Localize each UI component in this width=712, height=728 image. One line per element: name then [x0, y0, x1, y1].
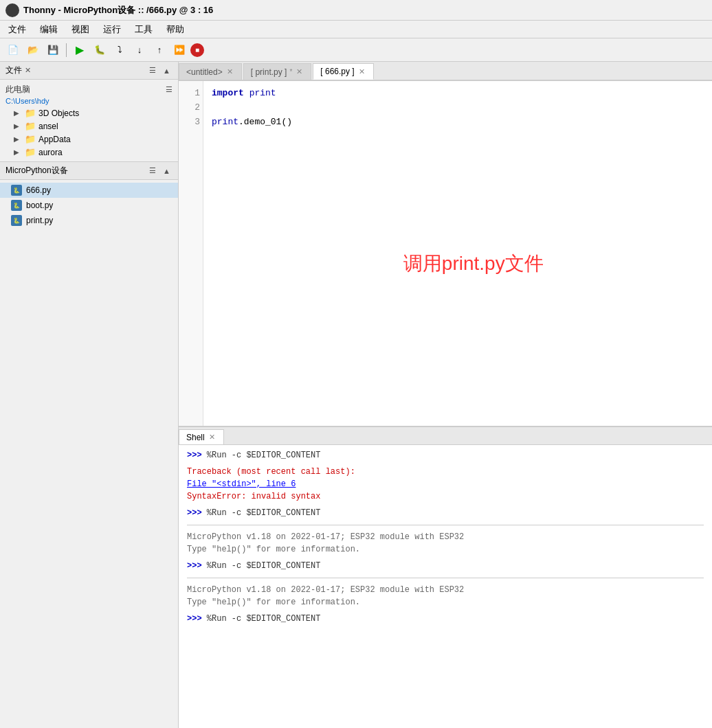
step-over-button[interactable]: ⤵	[111, 41, 129, 59]
shell-tab[interactable]: Shell ✕	[179, 429, 224, 444]
micropython-file-printpy-label: print.py	[26, 216, 53, 225]
shell-section-4: >>> %Run -c $EDITOR_CONTENT	[187, 613, 704, 625]
folder-ansel[interactable]: ▶ 📁 ansel	[0, 120, 178, 133]
shell-error-link[interactable]: File "<stdin>", line 6	[187, 479, 296, 489]
line-numbers: 1 2 3	[179, 81, 203, 426]
folder-label-appdata: AppData	[38, 135, 71, 144]
shell-info-2-line-2: Type "help()" for more information.	[187, 596, 704, 608]
open-button[interactable]: 📂	[24, 41, 42, 59]
call-print: print	[212, 117, 238, 127]
tab-666py-close[interactable]: ✕	[357, 67, 366, 76]
micropython-panel-controls: ☰ ▲	[147, 166, 173, 176]
line-num-2: 2	[181, 101, 200, 115]
menu-edit[interactable]: 编辑	[34, 22, 63, 37]
code-editor[interactable]: 1 2 3 import print print.demo_01() 调用pri…	[179, 81, 712, 426]
step-into-button[interactable]: ↓	[131, 41, 148, 59]
shell-cmd-4: %Run -c $EDITOR_CONTENT	[207, 614, 321, 624]
files-panel-up-icon[interactable]: ▲	[161, 66, 173, 76]
shell-tab-bar: Shell ✕	[179, 427, 712, 445]
folder-3d-objects[interactable]: ▶ 📁 3D Objects	[0, 106, 178, 120]
folder-label-3d: 3D Objects	[38, 109, 79, 118]
shell-error-line-2: File "<stdin>", line 6	[187, 478, 704, 490]
shell-error-line-1: Traceback (most recent call last):	[187, 466, 704, 478]
micropython-file-list: 🐍 666.py 🐍 boot.py 🐍 print.py	[0, 180, 178, 231]
micropython-panel: MicroPython设备 ☰ ▲ 🐍 666.py 🐍 boot.py 🐍	[0, 162, 178, 728]
window-title: Thonny - MicroPython设备 :: /666.py @ 3 : …	[23, 4, 213, 16]
shell-error-block: Traceback (most recent call last): File …	[187, 466, 704, 503]
micropython-panel-header: MicroPython设备 ☰ ▲	[0, 162, 178, 180]
micropython-panel-title: MicroPython设备	[5, 165, 68, 177]
save-button[interactable]: 💾	[44, 41, 62, 59]
shell-tab-close[interactable]: ✕	[208, 433, 216, 442]
shell-prompt-1: >>>	[187, 451, 202, 460]
shell-error-line-3: SyntaxError: invalid syntax	[187, 490, 704, 503]
file-tree: 此电脑 ☰ C:\Users\hdy ▶ 📁 3D Objects ▶ 📁 an…	[0, 80, 178, 161]
tab-untitled-label: <untitled>	[186, 67, 223, 77]
resume-button[interactable]: ⏩	[170, 41, 188, 59]
tab-printpy-close[interactable]: ✕	[295, 67, 304, 76]
tab-untitled-close[interactable]: ✕	[225, 67, 234, 76]
py-icon-print: 🐍	[11, 215, 22, 226]
stop-button[interactable]: ■	[190, 43, 204, 57]
tab-printpy[interactable]: [ print.py ] * ✕	[243, 63, 312, 80]
app-logo	[5, 3, 19, 17]
micropython-panel-up-icon[interactable]: ▲	[161, 166, 173, 176]
files-panel-close-icon[interactable]: ✕	[25, 66, 31, 75]
shell-info-1-line-2: Type "help()" for more information.	[187, 543, 704, 556]
expand-icon-appdata: ▶	[14, 135, 22, 143]
micropython-file-printpy[interactable]: 🐍 print.py	[0, 213, 178, 228]
tab-untitled[interactable]: <untitled> ✕	[179, 63, 242, 80]
files-panel-title: 文件	[5, 65, 22, 76]
shell-prompt-3: >>>	[187, 561, 202, 571]
files-panel-menu-icon[interactable]: ☰	[147, 65, 158, 76]
step-out-button[interactable]: ↑	[151, 41, 168, 59]
shell-section-1: >>> %Run -c $EDITOR_CONTENT	[187, 449, 704, 462]
shell-tab-label: Shell	[186, 433, 205, 442]
menu-tools[interactable]: 工具	[129, 22, 158, 37]
run-button[interactable]: ▶	[71, 41, 89, 59]
shell-info-1-line-1: MicroPython v1.18 on 2022-01-17; ESP32 m…	[187, 531, 704, 543]
files-panel-title-group: 文件 ✕	[5, 65, 31, 76]
code-line-1: import print	[212, 87, 704, 101]
shell-content[interactable]: >>> %Run -c $EDITOR_CONTENT Traceback (m…	[179, 445, 712, 728]
sidebar: 文件 ✕ ☰ ▲ 此电脑 ☰ C:\Users\hdy ▶ 📁 3D Objec…	[0, 62, 179, 728]
files-panel-menu2-icon[interactable]: ☰	[166, 85, 173, 94]
menu-view[interactable]: 视图	[66, 22, 95, 37]
toolbar: 📄 📂 💾 ▶ 🐛 ⤵ ↓ ↑ ⏩ ■	[0, 38, 712, 62]
new-button[interactable]: 📄	[4, 41, 22, 59]
code-content[interactable]: import print print.demo_01()	[203, 81, 712, 426]
expand-icon-3d: ▶	[14, 109, 22, 117]
tab-printpy-modified: *	[289, 68, 292, 76]
code-line-2	[212, 101, 704, 115]
line-num-1: 1	[181, 87, 200, 101]
py-icon-boot: 🐍	[11, 200, 22, 211]
shell-area: Shell ✕ >>> %Run -c $EDITOR_CONTENT Trac…	[179, 426, 712, 728]
shell-section-2: >>> %Run -c $EDITOR_CONTENT	[187, 507, 704, 519]
expand-icon-aurora: ▶	[14, 148, 22, 156]
shell-info-2-line-1: MicroPython v1.18 on 2022-01-17; ESP32 m…	[187, 584, 704, 596]
micropython-file-bootpy[interactable]: 🐍 boot.py	[0, 198, 178, 213]
folder-appdata[interactable]: ▶ 📁 AppData	[0, 133, 178, 146]
folder-aurora[interactable]: ▶ 📁 aurora	[0, 146, 178, 159]
shell-section-3: >>> %Run -c $EDITOR_CONTENT	[187, 560, 704, 572]
micropython-file-666py[interactable]: 🐍 666.py	[0, 183, 178, 198]
folder-label-aurora: aurora	[38, 148, 63, 157]
micropython-panel-menu-icon[interactable]: ☰	[147, 166, 158, 176]
folder-icon-3d: 📁	[25, 108, 36, 118]
folder-icon-ansel: 📁	[25, 121, 36, 131]
title-bar: Thonny - MicroPython设备 :: /666.py @ 3 : …	[0, 0, 712, 21]
menu-run[interactable]: 运行	[98, 22, 126, 37]
menu-help[interactable]: 帮助	[161, 22, 190, 37]
tab-666py[interactable]: [ 666.py ] ✕	[313, 63, 373, 80]
line-num-3: 3	[181, 115, 200, 130]
toolbar-sep-1	[66, 43, 67, 57]
expand-icon-ansel: ▶	[14, 122, 22, 130]
menu-file[interactable]: 文件	[3, 22, 32, 37]
micropython-panel-title-group: MicroPython设备	[5, 165, 68, 177]
debug-button[interactable]: 🐛	[91, 41, 109, 59]
code-line-3: print.demo_01()	[212, 115, 704, 130]
main-layout: 文件 ✕ ☰ ▲ 此电脑 ☰ C:\Users\hdy ▶ 📁 3D Objec…	[0, 62, 712, 728]
shell-cmd-3: %Run -c $EDITOR_CONTENT	[207, 561, 321, 571]
shell-divider-2	[187, 578, 704, 578]
micropython-file-666py-label: 666.py	[26, 185, 51, 195]
